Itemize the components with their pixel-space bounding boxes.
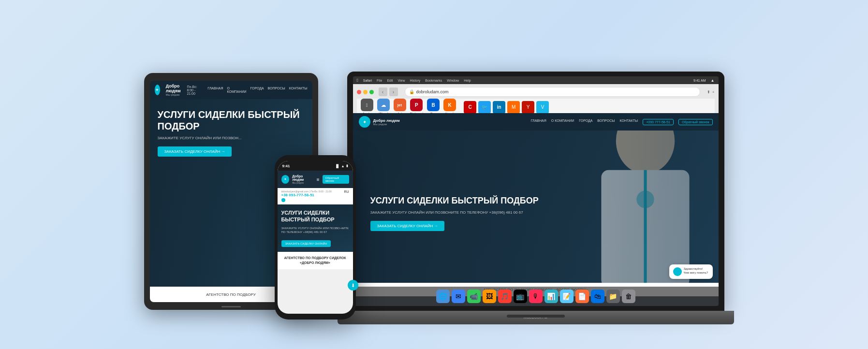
phone-contact-bar: dobrolud.jem@gmail.com | Пн-Вс: 8:00 - 2… bbox=[278, 188, 353, 204]
laptop-bezel:  Safari File Edit View History Bookmark… bbox=[347, 72, 724, 311]
dock-pages[interactable]: 📄 bbox=[575, 290, 589, 303]
wifi-icon: ▲ bbox=[711, 78, 715, 83]
chat-avatar bbox=[673, 267, 682, 276]
social-bookmarks: C 🐦 in M Y V bbox=[464, 101, 549, 114]
laptop-body:  Safari File Edit View History Bookmark… bbox=[347, 72, 724, 311]
tablet-nav-main[interactable]: ГЛАВНАЯ bbox=[207, 87, 223, 93]
pinterest-bookmark-icon: P bbox=[410, 99, 423, 111]
minimize-button[interactable] bbox=[363, 90, 368, 94]
nav-main[interactable]: ГЛАВНАЯ bbox=[531, 119, 546, 125]
nav-faq[interactable]: ВОПРОСЫ bbox=[597, 119, 615, 125]
address-bar[interactable]: 🔒 dobroludam.com bbox=[405, 87, 700, 97]
history-menu: History bbox=[410, 79, 420, 82]
tablet-nav-faq[interactable]: ВОПРОСЫ bbox=[268, 87, 285, 93]
apple-bookmark-icon:  bbox=[361, 99, 373, 111]
website-logo: ✦ Добро людям Мы рядом bbox=[359, 116, 400, 128]
dock-notes[interactable]: 📝 bbox=[560, 290, 574, 303]
help-menu: Help bbox=[464, 79, 471, 82]
dock-appstore[interactable]: 🛍 bbox=[591, 290, 604, 303]
dock-facetime[interactable]: 📹 bbox=[467, 290, 481, 303]
dock-safari[interactable]: 🌐 bbox=[436, 290, 450, 303]
yelp-icon[interactable]: Y bbox=[522, 101, 534, 114]
hamburger-icon[interactable]: ≡ bbox=[317, 177, 320, 182]
dock-appletv[interactable]: 📺 bbox=[514, 290, 527, 303]
maximize-button[interactable] bbox=[369, 90, 374, 94]
window-menu: Window bbox=[447, 79, 459, 82]
callback-btn[interactable]: Обратный звонок bbox=[678, 119, 713, 125]
jet-bookmark-icon: jet bbox=[394, 99, 406, 111]
nav-cities[interactable]: ГОРОДА bbox=[579, 119, 592, 125]
tablet-home-indicator bbox=[221, 306, 241, 307]
website-hero: ✦ Добро людям Мы рядом ГЛАВНАЯ О КОМПАНИ… bbox=[353, 113, 719, 296]
vimeo-icon[interactable]: V bbox=[536, 101, 549, 114]
nav-links: ГЛАВНАЯ О КОМПАНИИ ГОРОДА ВОПРОСЫ КОНТАК… bbox=[531, 119, 713, 125]
tablet-logo-sub: Мы рядом bbox=[166, 93, 181, 96]
mint-icon[interactable]: M bbox=[507, 101, 520, 114]
tablet-nav-cities[interactable]: ГОРОДА bbox=[250, 87, 264, 93]
logo-sub-text: Мы рядом bbox=[373, 123, 400, 126]
safari-menu: Safari bbox=[363, 79, 372, 82]
laptop-base: MacBook Air bbox=[338, 311, 734, 324]
tablet-nav-contacts[interactable]: КОНТАКТЫ bbox=[289, 87, 308, 93]
window-controls bbox=[357, 90, 374, 94]
phone-hero-title: УСЛУГИ СИДЕЛКИ БЫСТРЫЙ ПОДБОР bbox=[281, 209, 349, 223]
phone-lang[interactable]: RU bbox=[344, 190, 349, 193]
dock-music[interactable]: 🎵 bbox=[498, 290, 512, 303]
forward-button[interactable]: › bbox=[389, 87, 398, 96]
phone-logo-icon: ✦ bbox=[281, 175, 290, 184]
safari-right-controls: ⬆ + bbox=[707, 90, 715, 94]
new-tab-icon[interactable]: + bbox=[712, 90, 715, 94]
close-button[interactable] bbox=[357, 90, 361, 94]
nav-icons: ‹ › bbox=[379, 87, 398, 96]
dock-podcasts[interactable]: 🎙 bbox=[529, 290, 543, 303]
phone-bottom-bar: АГЕНТСТВО ПО ПОДБОРУ СИДЕЛОК «ДОБРО ЛЮДЯ… bbox=[278, 252, 353, 269]
website-nav: ✦ Добро людям Мы рядом ГЛАВНАЯ О КОМПАНИ… bbox=[353, 113, 719, 131]
tablet-logo-main: Добро людям bbox=[166, 84, 181, 93]
share-icon[interactable]: ⬆ bbox=[707, 90, 710, 94]
scene:  Safari File Edit View History Bookmark… bbox=[144, 25, 724, 324]
tablet-nav-about[interactable]: О КОМПАНИИ bbox=[227, 87, 246, 93]
url-text: dobroludam.com bbox=[416, 89, 449, 94]
cnn-icon[interactable]: C bbox=[464, 101, 476, 114]
lock-icon: 🔒 bbox=[409, 89, 414, 94]
tablet-logo-icon: ✦ bbox=[155, 85, 160, 95]
phone-number[interactable]: +38 093-777-58-51 bbox=[281, 193, 349, 197]
linkedin-icon[interactable]: in bbox=[493, 101, 505, 114]
safari-chrome: ‹ › 🔒 dobroludam.com ⬆ + bbox=[353, 84, 719, 113]
hero-cta-button[interactable]: ЗАКАЗАТЬ СИДЕЛКУ ОНЛАЙН → bbox=[370, 221, 445, 231]
tablet-website-nav: ✦ Добро людям Мы рядом Пн-Вс: 8:00 - 21:… bbox=[150, 81, 312, 99]
chat-bubble: Здравствуйте! Чем могу помочь? bbox=[669, 264, 713, 279]
phone-nav-menu: ≡ Обратный звонок bbox=[317, 175, 349, 184]
dock-photos[interactable]: 🖼 bbox=[483, 290, 496, 303]
laptop-device:  Safari File Edit View History Bookmark… bbox=[347, 63, 724, 324]
nurse-image bbox=[572, 131, 718, 283]
hero-title: УСЛУГИ СИДЕЛКИ БЫСТРЫЙ ПОДБОР bbox=[370, 196, 539, 206]
clock: 9:41 AM bbox=[693, 79, 706, 82]
nav-about[interactable]: О КОМПАНИИ bbox=[551, 119, 574, 125]
logo-main-text: Добро людям bbox=[373, 118, 400, 123]
app-store-badge[interactable]: ⬇ bbox=[348, 280, 358, 291]
wifi-phone-icon: ▲ bbox=[341, 164, 345, 168]
online-indicator bbox=[281, 198, 285, 202]
phone-status-icons: ▐▌ ▲ ▮ bbox=[335, 164, 348, 168]
apple-icon:  bbox=[357, 78, 358, 83]
phone-bottom-text: АГЕНТСТВО ПО ПОДБОРУ СИДЕЛОК «ДОБРО ЛЮДЯ… bbox=[284, 256, 346, 264]
dock-charts[interactable]: 📊 bbox=[544, 290, 558, 303]
laptop-screen:  Safari File Edit View History Bookmark… bbox=[353, 76, 719, 306]
dock-trash[interactable]: 🗑 bbox=[622, 290, 635, 303]
tablet-hero-cta[interactable]: ЗАКАЗАТЬ СИДЕЛКУ ОНЛАЙН → bbox=[158, 146, 232, 157]
phone-device: 9:41 ▐▌ ▲ ▮ ✦ Добро людям Мы рядом bbox=[275, 155, 356, 320]
tablet-hero-title: УСЛУГИ СИДЕЛКИ БЫСТРЫЙ ПОДБОР bbox=[158, 109, 305, 132]
dock-files[interactable]: 📁 bbox=[606, 290, 620, 303]
dock-mail[interactable]: ✉ bbox=[452, 290, 465, 303]
twitter-icon[interactable]: 🐦 bbox=[478, 101, 491, 114]
phone-screen: 9:41 ▐▌ ▲ ▮ ✦ Добро людям Мы рядом bbox=[278, 161, 353, 314]
logo-icon: ✦ bbox=[359, 116, 370, 128]
nav-contacts[interactable]: КОНТАКТЫ bbox=[619, 119, 638, 125]
phone-callback-btn[interactable]: Обратный звонок bbox=[323, 175, 349, 184]
back-button[interactable]: ‹ bbox=[379, 87, 387, 96]
phone-logo-sub: Мы рядом bbox=[292, 181, 314, 184]
phone-logo-main: Добро людям bbox=[292, 174, 314, 181]
macbook-label: MacBook Air bbox=[523, 315, 548, 320]
phone-hero-cta[interactable]: ЗАКАЗАТЬ СИДЕЛКУ ОНЛАЙН bbox=[281, 240, 331, 247]
